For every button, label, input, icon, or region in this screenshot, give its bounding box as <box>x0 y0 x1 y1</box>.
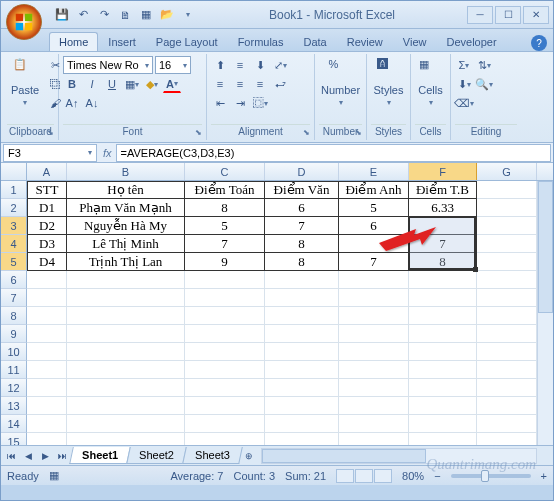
cell-D1[interactable]: Điểm Văn <box>265 181 339 199</box>
cell-F15[interactable] <box>409 433 477 445</box>
formula-bar[interactable]: =AVERAGE(C3,D3,E3) <box>116 144 551 162</box>
cell-D12[interactable] <box>265 379 339 397</box>
cell-D10[interactable] <box>265 343 339 361</box>
cell-E2[interactable]: 5 <box>339 199 409 217</box>
autosum-icon[interactable]: Σ▾ <box>455 56 473 74</box>
cell-F1[interactable]: Điểm T.B <box>409 181 477 199</box>
next-sheet-icon[interactable]: ▶ <box>37 448 53 464</box>
cell-B15[interactable] <box>67 433 185 445</box>
row-header-12[interactable]: 12 <box>1 379 27 397</box>
cell-E4[interactable] <box>339 235 409 253</box>
cell-G10[interactable] <box>477 343 537 361</box>
cell-D14[interactable] <box>265 415 339 433</box>
wrap-text-icon[interactable]: ⮐ <box>271 75 289 93</box>
shrink-font-icon[interactable]: A↓ <box>83 94 101 112</box>
cell-C11[interactable] <box>185 361 265 379</box>
cell-G1[interactable] <box>477 181 537 199</box>
cell-C3[interactable]: 5 <box>185 217 265 235</box>
cell-F2[interactable]: 6.33 <box>409 199 477 217</box>
cell-F10[interactable] <box>409 343 477 361</box>
italic-button[interactable]: I <box>83 75 101 93</box>
cell-F6[interactable] <box>409 271 477 289</box>
cell-G2[interactable] <box>477 199 537 217</box>
new-sheet-icon[interactable]: ⊕ <box>241 448 257 464</box>
cell-G9[interactable] <box>477 325 537 343</box>
border-button[interactable]: ▦▾ <box>123 75 141 93</box>
cell-A1[interactable]: STT <box>27 181 67 199</box>
minimize-button[interactable]: ─ <box>467 6 493 24</box>
cell-A13[interactable] <box>27 397 67 415</box>
worksheet-grid[interactable]: ABCDEFG1STTHọ tênĐiểm ToánĐiểm VănĐiểm A… <box>1 163 553 445</box>
cell-B5[interactable]: Trịnh Thị Lan <box>67 253 185 271</box>
cell-F4[interactable]: 7 <box>409 235 477 253</box>
cell-B2[interactable]: Phạm Văn Mạnh <box>67 199 185 217</box>
cell-C13[interactable] <box>185 397 265 415</box>
cell-A6[interactable] <box>27 271 67 289</box>
cell-C15[interactable] <box>185 433 265 445</box>
maximize-button[interactable]: ☐ <box>495 6 521 24</box>
cell-D6[interactable] <box>265 271 339 289</box>
normal-view-icon[interactable] <box>336 469 354 483</box>
cell-A8[interactable] <box>27 307 67 325</box>
cell-C10[interactable] <box>185 343 265 361</box>
cell-F13[interactable] <box>409 397 477 415</box>
styles-button[interactable]: 🅰 Styles▾ <box>371 56 406 109</box>
cell-E1[interactable]: Điểm Anh <box>339 181 409 199</box>
cell-G15[interactable] <box>477 433 537 445</box>
cell-E10[interactable] <box>339 343 409 361</box>
cell-F11[interactable] <box>409 361 477 379</box>
cell-D11[interactable] <box>265 361 339 379</box>
cell-B3[interactable]: Nguyễn Hà My <box>67 217 185 235</box>
column-header-C[interactable]: C <box>185 163 265 180</box>
row-header-6[interactable]: 6 <box>1 271 27 289</box>
cell-G8[interactable] <box>477 307 537 325</box>
row-header-10[interactable]: 10 <box>1 343 27 361</box>
tab-page-layout[interactable]: Page Layout <box>146 32 228 51</box>
align-bottom-icon[interactable]: ⬇ <box>251 56 269 74</box>
cell-G12[interactable] <box>477 379 537 397</box>
cell-E13[interactable] <box>339 397 409 415</box>
cell-A4[interactable]: D3 <box>27 235 67 253</box>
align-right-icon[interactable]: ≡ <box>251 75 269 93</box>
align-left-icon[interactable]: ≡ <box>211 75 229 93</box>
cell-C7[interactable] <box>185 289 265 307</box>
fill-icon[interactable]: ⬇▾ <box>455 75 473 93</box>
zoom-in-icon[interactable]: + <box>541 470 547 482</box>
row-header-2[interactable]: 2 <box>1 199 27 217</box>
cell-C4[interactable]: 7 <box>185 235 265 253</box>
row-header-11[interactable]: 11 <box>1 361 27 379</box>
sheet-tab-2[interactable]: Sheet2 <box>126 447 186 464</box>
cell-G4[interactable] <box>477 235 537 253</box>
cell-D7[interactable] <box>265 289 339 307</box>
cell-A10[interactable] <box>27 343 67 361</box>
cell-C5[interactable]: 9 <box>185 253 265 271</box>
tab-home[interactable]: Home <box>49 32 98 51</box>
page-break-view-icon[interactable] <box>374 469 392 483</box>
row-header-8[interactable]: 8 <box>1 307 27 325</box>
align-middle-icon[interactable]: ≡ <box>231 56 249 74</box>
fx-icon[interactable]: fx <box>99 147 116 159</box>
column-header-G[interactable]: G <box>477 163 537 180</box>
cell-D9[interactable] <box>265 325 339 343</box>
cell-E8[interactable] <box>339 307 409 325</box>
cell-D8[interactable] <box>265 307 339 325</box>
clear-icon[interactable]: ⌫▾ <box>455 94 473 112</box>
cell-B9[interactable] <box>67 325 185 343</box>
tab-review[interactable]: Review <box>337 32 393 51</box>
cell-A3[interactable]: D2 <box>27 217 67 235</box>
cell-G6[interactable] <box>477 271 537 289</box>
cell-A9[interactable] <box>27 325 67 343</box>
paste-button[interactable]: 📋 Paste ▾ <box>7 56 43 109</box>
cell-B4[interactable]: Lê Thị Minh <box>67 235 185 253</box>
tab-data[interactable]: Data <box>293 32 336 51</box>
cell-A12[interactable] <box>27 379 67 397</box>
column-header-B[interactable]: B <box>67 163 185 180</box>
status-macro-icon[interactable]: ▦ <box>49 469 59 482</box>
cell-D2[interactable]: 6 <box>265 199 339 217</box>
cell-E9[interactable] <box>339 325 409 343</box>
cell-D15[interactable] <box>265 433 339 445</box>
cell-A7[interactable] <box>27 289 67 307</box>
open-icon[interactable]: 📂 <box>158 6 176 24</box>
cell-F5[interactable]: 8 <box>409 253 477 271</box>
select-all-corner[interactable] <box>1 163 27 180</box>
